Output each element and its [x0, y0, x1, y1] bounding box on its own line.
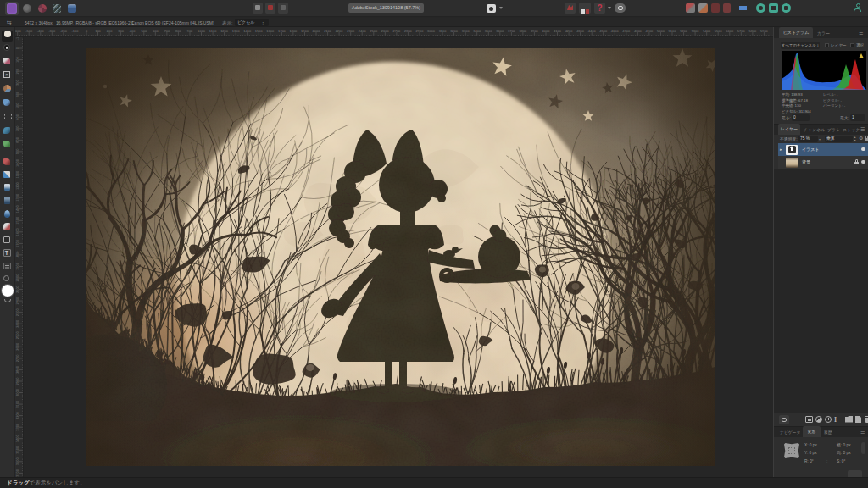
svg-text:2900: 2900	[416, 29, 425, 33]
svg-text:4500: 4500	[599, 29, 608, 33]
svg-text:4300: 4300	[576, 29, 585, 33]
svg-text:800: 800	[15, 136, 19, 142]
svg-text:100: 100	[15, 56, 19, 62]
svg-text:2100: 2100	[324, 29, 332, 33]
svg-text:3700: 3700	[508, 29, 516, 33]
svg-text:1200: 1200	[15, 181, 19, 190]
svg-text:3900: 3900	[531, 29, 539, 33]
svg-text:2300: 2300	[347, 29, 355, 33]
svg-text:3100: 3100	[15, 400, 19, 408]
svg-text:-200: -200	[60, 29, 68, 33]
svg-text:5300: 5300	[692, 29, 700, 33]
svg-text:1700: 1700	[278, 29, 287, 33]
svg-text:2500: 2500	[15, 331, 19, 340]
svg-text:2800: 2800	[15, 365, 19, 374]
svg-text:2200: 2200	[336, 29, 344, 33]
svg-text:3800: 3800	[519, 29, 527, 33]
svg-text:3300: 3300	[15, 423, 19, 431]
svg-text:3400: 3400	[15, 434, 19, 442]
svg-text:2200: 2200	[15, 297, 19, 305]
svg-text:-300: -300	[48, 29, 56, 33]
svg-text:200: 200	[15, 68, 19, 74]
svg-text:1300: 1300	[232, 29, 241, 33]
svg-text:5700: 5700	[737, 29, 746, 33]
svg-text:4600: 4600	[611, 29, 620, 33]
svg-text:800: 800	[175, 29, 181, 33]
svg-text:1900: 1900	[301, 29, 309, 33]
svg-text:1800: 1800	[15, 251, 19, 259]
svg-text:1500: 1500	[15, 216, 19, 225]
svg-text:2400: 2400	[15, 319, 19, 328]
svg-text:4100: 4100	[554, 29, 562, 33]
svg-text:2900: 2900	[15, 377, 19, 385]
svg-text:600: 600	[15, 114, 19, 119]
svg-text:300: 300	[118, 29, 124, 33]
svg-text:0: 0	[86, 29, 88, 33]
svg-text:3300: 3300	[462, 29, 470, 33]
svg-text:5800: 5800	[748, 29, 757, 33]
svg-text:4000: 4000	[542, 29, 551, 33]
svg-text:5200: 5200	[680, 29, 688, 33]
svg-text:4700: 4700	[622, 29, 631, 33]
svg-text:2800: 2800	[404, 29, 413, 33]
svg-text:100: 100	[95, 29, 101, 33]
svg-text:4400: 4400	[588, 29, 597, 33]
svg-text:5600: 5600	[726, 29, 734, 33]
svg-text:1300: 1300	[15, 193, 19, 202]
svg-text:1600: 1600	[15, 228, 19, 236]
svg-text:1400: 1400	[243, 29, 252, 33]
svg-text:3500: 3500	[485, 29, 493, 33]
svg-text:1800: 1800	[289, 29, 298, 33]
svg-text:1500: 1500	[255, 29, 264, 33]
svg-text:3000: 3000	[15, 388, 19, 396]
svg-text:500: 500	[15, 103, 19, 108]
svg-text:2600: 2600	[15, 342, 19, 351]
svg-text:3600: 3600	[496, 29, 504, 33]
svg-text:1600: 1600	[266, 29, 275, 33]
svg-text:4800: 4800	[634, 29, 643, 33]
svg-text:-600: -600	[15, 29, 21, 33]
svg-text:1100: 1100	[209, 29, 217, 33]
svg-text:500: 500	[141, 29, 147, 33]
svg-text:1000: 1000	[15, 158, 19, 167]
svg-text:600: 600	[153, 29, 159, 33]
svg-text:1200: 1200	[220, 29, 229, 33]
svg-text:900: 900	[187, 29, 193, 33]
svg-text:5400: 5400	[703, 29, 711, 33]
svg-text:700: 700	[164, 29, 170, 33]
svg-text:3000: 3000	[427, 29, 436, 33]
svg-text:-500: -500	[25, 29, 33, 33]
svg-text:-400: -400	[37, 29, 45, 33]
svg-text:2500: 2500	[370, 29, 378, 33]
svg-text:400: 400	[15, 91, 19, 97]
svg-text:5100: 5100	[669, 29, 677, 33]
svg-text:300: 300	[15, 80, 19, 86]
svg-text:5500: 5500	[715, 29, 723, 33]
svg-text:1400: 1400	[15, 204, 19, 213]
svg-text:3600: 3600	[15, 458, 19, 466]
svg-text:-100: -100	[15, 37, 19, 40]
svg-text:2400: 2400	[359, 29, 367, 33]
svg-text:2300: 2300	[15, 308, 19, 316]
svg-text:700: 700	[15, 125, 19, 131]
svg-text:0: 0	[15, 47, 19, 49]
svg-text:3200: 3200	[15, 411, 19, 419]
svg-text:2000: 2000	[313, 29, 321, 33]
svg-text:5900: 5900	[760, 29, 769, 33]
svg-text:2000: 2000	[15, 274, 19, 282]
svg-text:-100: -100	[71, 29, 79, 33]
svg-text:3500: 3500	[15, 446, 19, 454]
svg-text:200: 200	[107, 29, 113, 33]
svg-text:3200: 3200	[450, 29, 459, 33]
svg-text:2700: 2700	[392, 29, 401, 33]
svg-text:2100: 2100	[15, 285, 19, 293]
svg-text:3100: 3100	[439, 29, 448, 33]
svg-text:4900: 4900	[645, 29, 654, 33]
svg-text:1900: 1900	[15, 262, 19, 270]
svg-text:3700: 3700	[15, 469, 19, 477]
svg-text:1000: 1000	[198, 29, 206, 33]
svg-text:900: 900	[15, 148, 19, 154]
svg-text:2700: 2700	[15, 354, 19, 363]
svg-text:1700: 1700	[15, 239, 19, 247]
svg-text:4200: 4200	[565, 29, 574, 33]
